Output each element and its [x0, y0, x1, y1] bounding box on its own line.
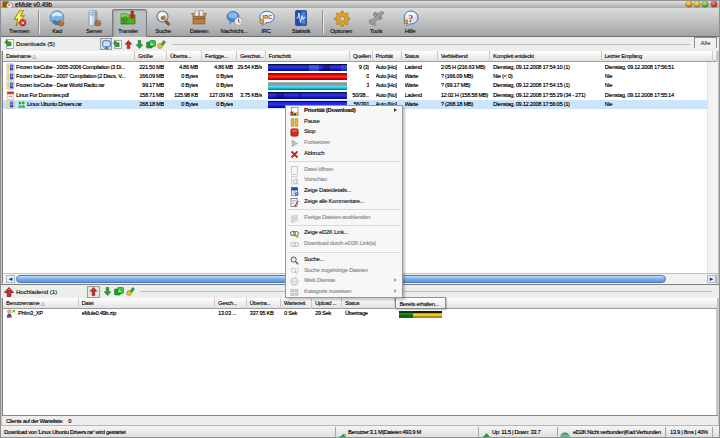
svg-text:IRC: IRC [263, 14, 273, 20]
svg-text:?: ? [408, 13, 413, 24]
